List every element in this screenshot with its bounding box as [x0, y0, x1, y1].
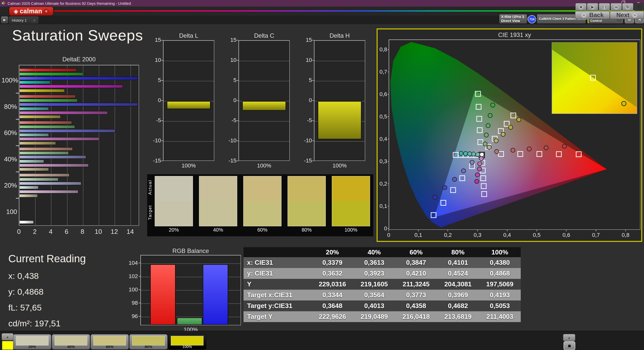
gridline — [164, 121, 214, 121]
gridline — [239, 121, 289, 121]
deltaL-tick — [161, 161, 163, 161]
rgb-tick — [139, 316, 140, 317]
refresh-icon: ↻ — [625, 4, 631, 10]
deltae-axis-tick — [16, 119, 19, 120]
back-label: Back — [589, 12, 603, 19]
rgb-y-tick-label: 98 — [127, 300, 138, 306]
deltaH-y-tick-label: -15 — [301, 157, 312, 164]
cie-actual-green — [488, 113, 492, 118]
deltae-bar-100%-Green — [19, 72, 83, 76]
swatch-target — [332, 201, 370, 226]
deltae-bar-40%-Magenta — [19, 164, 89, 167]
measure-series-button[interactable]: [··] — [599, 3, 610, 11]
calman-menu-button[interactable]: ◈ calman ▼ — [9, 7, 53, 16]
cie-x-tick-label: 0 — [381, 232, 396, 238]
cie-tick — [388, 184, 389, 184]
cie-tick — [566, 230, 567, 231]
continuous-measure-button[interactable]: ∞ — [611, 3, 622, 11]
window-title: Calman 2025 Calman Ultimate for Business… — [8, 1, 131, 6]
cie-y-tick-label: 0,3 — [378, 158, 387, 165]
current-reading-line: y: 0,4868 — [8, 287, 44, 297]
calman-logo-text: calman — [20, 8, 42, 15]
cie-y-tick-label: 0,5 — [378, 113, 387, 120]
table-value: 229,0316 — [311, 279, 353, 290]
cie-actual-red — [544, 146, 548, 150]
deltaL-y-tick-label: -15 — [150, 157, 161, 164]
menu-dropdown-icon: ▼ — [44, 9, 49, 14]
deltaC-tick — [237, 120, 238, 121]
deltae-x-tick-label: 2 — [28, 228, 41, 236]
pattern-button-20%[interactable]: 20% — [13, 334, 51, 349]
rgb-y-tick-label: 100 — [127, 286, 138, 293]
deltae-bar-100%-Red — [19, 68, 77, 72]
table-value: 216,0418 — [395, 311, 437, 322]
table-value: 0,3847 — [395, 257, 437, 268]
deltaH-y-tick-label: 10 — [301, 57, 312, 63]
deltaH-y-tick-label: -10 — [301, 137, 312, 144]
refresh-button[interactable]: ↻ — [622, 3, 633, 11]
table-row-label: Target Y — [244, 311, 311, 322]
cie-actual-magenta — [475, 173, 479, 177]
deltae-bar-20%-Blue — [19, 182, 81, 185]
actual-target-swatch-panel: 20%40%60%80%100%ActualTarget — [147, 174, 373, 236]
table-value: 0,4682 — [437, 300, 479, 311]
pattern-expand-button[interactable]: ▲ — [2, 333, 14, 340]
current-reading-line: fL: 57,65 — [8, 303, 42, 313]
stop-button[interactable]: ■ — [575, 3, 587, 11]
pattern-label: 60% — [91, 344, 129, 349]
deltaL-tick — [161, 141, 163, 141]
deltaC-x-label: 100% — [238, 162, 290, 169]
rgb-bar-green — [177, 318, 202, 325]
cie-tick — [388, 72, 389, 72]
next-button[interactable]: Next » — [610, 11, 644, 19]
deltaH-tick — [312, 141, 314, 141]
tab-history-1[interactable]: History 1 + — [9, 16, 39, 24]
cie-tick — [388, 139, 389, 139]
table-value: 213,6819 — [437, 311, 479, 322]
play-button[interactable]: ▶ — [587, 3, 598, 11]
table-row-label: y: CIE31 — [244, 268, 311, 279]
pattern-button-60%[interactable]: 60% — [91, 334, 129, 349]
deltae-bar-80%-Yellow — [19, 115, 61, 118]
swatch-actual — [332, 176, 370, 201]
deltaH-y-tick-label: -5 — [301, 117, 312, 124]
swatch-target — [155, 201, 193, 226]
infinity-icon: ∞ — [613, 4, 619, 10]
cie-actual-green — [484, 133, 489, 137]
back-button[interactable]: « Back — [575, 11, 610, 19]
cie-actual-whitepoint — [480, 152, 484, 157]
table-value: 0,4358 — [395, 300, 437, 311]
pattern-button-80%[interactable]: 80% — [129, 334, 168, 349]
deltae-bar-20%-Red — [19, 173, 69, 177]
deltae-bar-60%-Red — [19, 121, 72, 124]
pattern-swatch — [16, 336, 49, 345]
table-col-header: 60% — [395, 247, 437, 257]
gridline — [239, 61, 289, 61]
current-reading-line: x: 0,438 — [8, 271, 39, 281]
deltaH-x-label: 100% — [314, 162, 365, 169]
cie-1931-panel: CIE 1931 xy — [377, 28, 642, 242]
pattern-button-40%[interactable]: 40% — [52, 334, 90, 349]
deltae-bar-80%-Green — [19, 99, 77, 102]
swatch-target — [244, 201, 281, 226]
deltaL-title: Delta L — [163, 32, 214, 39]
transport-expand-button[interactable]: ▲ — [563, 334, 575, 341]
tab-scroll-button[interactable]: ▶ — [1, 16, 8, 24]
rgb-y-tick-label: 96 — [127, 313, 138, 320]
deltaC-y-tick-label: 0 — [226, 97, 236, 104]
deltae-axis-tick — [16, 198, 19, 199]
table-col-header: 100% — [479, 247, 521, 257]
rgb-tick — [139, 263, 140, 263]
blackout-button[interactable]: ■ — [564, 341, 575, 350]
pattern-button-100%[interactable]: 100% — [168, 334, 206, 349]
add-tab-button[interactable]: + — [31, 17, 37, 23]
swatch-pair-80% — [288, 176, 326, 226]
table-value: 0,3344 — [311, 290, 353, 300]
meter-count-badge[interactable]: 714 — [528, 15, 536, 23]
meter-selector[interactable]: X-Rite i1Pro 3 Direct View ▼ — [499, 14, 527, 24]
deltaC-y-tick-label: 15 — [226, 37, 236, 43]
calman-logo-icon: ◈ — [14, 8, 18, 14]
gridline — [314, 141, 365, 142]
deltae-bar-40%-Red — [19, 147, 73, 151]
cie-tick — [596, 230, 596, 231]
